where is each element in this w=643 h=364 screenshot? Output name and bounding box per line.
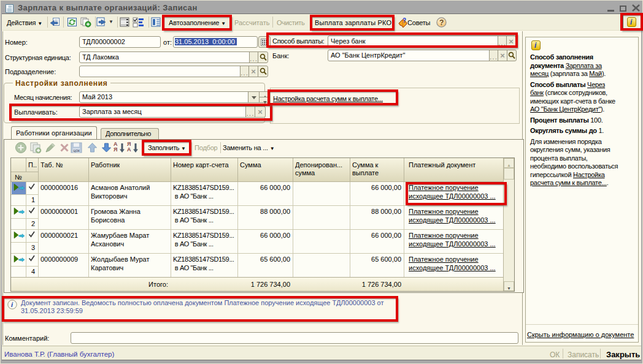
svg-text:ЦОК: ЦОК (74, 149, 81, 153)
svg-text:?: ? (402, 17, 406, 24)
svg-text:?: ? (439, 18, 444, 27)
